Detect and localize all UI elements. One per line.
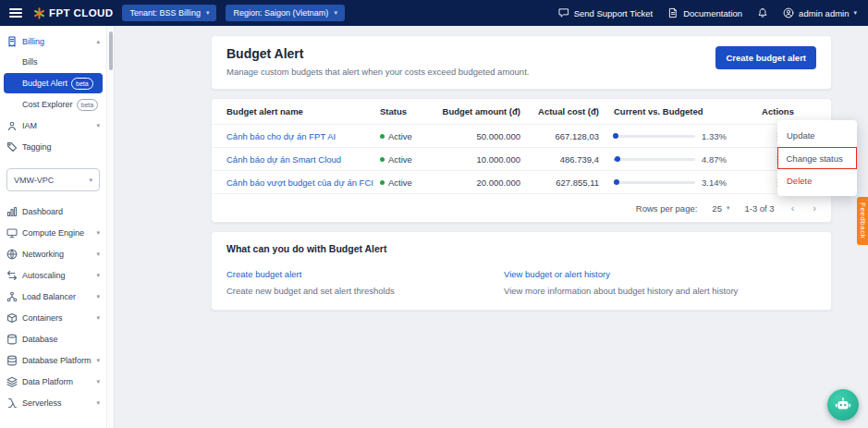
chevron-down-icon: ▾ — [96, 122, 100, 129]
info-column: Create budget alert Create new budget an… — [226, 264, 504, 296]
sidebar-item-dashboard[interactable]: Dashboard — [0, 201, 106, 222]
progress-fill — [614, 135, 616, 138]
actual-cost-value: 667.128,03 — [520, 131, 599, 141]
budget-alert-table-card: Budget alert name Status Budget amount (… — [211, 98, 832, 223]
user-name: admin admin — [799, 8, 849, 18]
sidebar-label: IAM — [22, 121, 37, 130]
column-header-actions: Actions — [740, 106, 816, 116]
user-menu[interactable]: admin admin ▾ — [783, 7, 857, 18]
sidebar-scrollbar[interactable] — [106, 26, 115, 428]
sidebar-item-database[interactable]: Database — [0, 328, 106, 349]
budget-amount-value: 20.000.000 — [435, 177, 520, 188]
database-platform-icon — [6, 355, 18, 366]
sidebar-item-autoscaling[interactable]: Autoscaling ▾ — [0, 264, 106, 286]
create-budget-alert-button[interactable]: Create budget alert — [715, 46, 816, 69]
budget-alert-name-link[interactable]: Cảnh báo cho dự án FPT AI — [226, 131, 380, 141]
menu-item-change-status[interactable]: Change status — [777, 147, 857, 169]
sidebar-label: Tagging — [22, 142, 52, 152]
status-cell: Active — [380, 177, 435, 188]
next-page-button[interactable]: › — [811, 202, 818, 214]
sidebar-label: Networking — [22, 250, 64, 259]
networking-globe-icon — [6, 249, 18, 260]
region-selector[interactable]: Region: Saigon (Vietnam) ▾ — [226, 5, 344, 21]
sidebar-label: Load Balancer — [22, 292, 76, 301]
info-card-title: What can you do with Budget Alert — [226, 243, 816, 254]
info-link-description: Create new budget and set alert threshol… — [226, 286, 504, 296]
support-ticket-icon — [558, 7, 569, 18]
data-platform-layers-icon — [6, 376, 18, 387]
menu-item-delete[interactable]: Delete — [777, 169, 857, 192]
vpc-selector[interactable]: VMW-VPC ▾ — [6, 168, 100, 191]
page-subtitle: Manage custom budgets that alert when yo… — [226, 67, 529, 77]
notifications-bell-icon[interactable] — [757, 7, 768, 18]
chatbot-assistant-button[interactable] — [827, 389, 859, 421]
sidebar-item-tagging[interactable]: Tagging — [0, 136, 106, 157]
chevron-down-icon: ▾ — [853, 9, 857, 17]
sidebar-label: Data Platform — [22, 377, 73, 386]
table-row: Cảnh báo vượt budget của dự án FCI Activ… — [212, 171, 831, 194]
documentation-label: Documentation — [683, 8, 742, 18]
billing-icon — [6, 36, 18, 47]
sidebar-item-database-platform[interactable]: Database Platform ▾ — [0, 349, 106, 371]
tenant-selector[interactable]: Tenant: BSS Billing ▾ — [122, 5, 216, 21]
column-header-status: Status — [380, 106, 435, 116]
progress-dot-icon — [615, 156, 620, 162]
sidebar-label: Serverless — [22, 398, 62, 408]
send-support-ticket-link[interactable]: Send Support Ticket — [558, 7, 654, 18]
sidebar-item-containers[interactable]: Containers ▾ — [0, 307, 106, 328]
sidebar-item-data-platform[interactable]: Data Platform ▾ — [0, 371, 106, 392]
progress-dot-icon — [613, 133, 618, 139]
sidebar-item-bills[interactable]: Bills — [0, 52, 106, 72]
chevron-down-icon: ▾ — [206, 9, 210, 17]
sidebar-item-billing[interactable]: Billing ▴ — [0, 31, 106, 52]
actual-cost-value: 627.855,11 — [520, 177, 599, 188]
sidebar-item-iam[interactable]: IAM ▾ — [0, 115, 106, 136]
rows-per-page-select[interactable]: 25 ▾ — [712, 203, 729, 214]
hamburger-menu-icon[interactable] — [9, 8, 22, 18]
dashboard-icon — [6, 206, 18, 217]
sidebar-scrollbar-thumb[interactable] — [109, 31, 113, 70]
view-budget-history-link[interactable]: View budget or alert history — [504, 269, 610, 279]
sidebar-label: Cost Explorer — [22, 100, 73, 109]
progress-percent: 4.87% — [702, 154, 727, 165]
sidebar-label: Billing — [22, 37, 44, 46]
content-column: Budget Alert Manage custom budgets that … — [211, 35, 832, 311]
budget-alert-name-link[interactable]: Cảnh báo vượt budget của dự án FCI — [226, 177, 380, 188]
info-card-columns: Create budget alert Create new budget an… — [226, 264, 816, 296]
sidebar-item-networking[interactable]: Networking ▾ — [0, 243, 106, 264]
vpc-selected-value: VMW-VPC — [14, 176, 54, 185]
sidebar-label: Containers — [22, 313, 63, 323]
actual-cost-value: 486.739,4 — [520, 154, 599, 165]
info-link-description: View more information about budget histo… — [504, 286, 781, 296]
documentation-link[interactable]: Documentation — [667, 7, 742, 18]
sidebar-item-load-balancer[interactable]: Load Balancer ▾ — [0, 286, 106, 307]
progress-percent: 1.33% — [702, 131, 727, 141]
budget-alert-name-link[interactable]: Cảnh báo dự án Smart Cloud — [226, 154, 380, 165]
fpt-cloud-logo[interactable]: FPT CLOUD — [33, 7, 113, 19]
sidebar-item-compute-engine[interactable]: Compute Engine ▾ — [0, 222, 106, 243]
menu-item-update[interactable]: Update — [777, 124, 857, 147]
feedback-tab[interactable]: Feedback — [857, 197, 868, 245]
what-can-you-do-card: What can you do with Budget Alert Create… — [211, 231, 832, 311]
column-header-actual: Actual cost (đ) — [520, 106, 599, 116]
sidebar-item-cost-explorer[interactable]: Cost Explorer beta — [0, 94, 106, 115]
active-status-dot-icon — [380, 157, 385, 162]
column-header-name: Budget alert name — [226, 106, 380, 116]
chevron-down-icon: ▾ — [334, 9, 337, 17]
column-header-progress: Current vs. Budgeted — [599, 106, 740, 116]
progress-dot-icon — [614, 179, 619, 185]
sidebar-item-budget-alert[interactable]: Budget Alert beta — [4, 73, 103, 93]
sidebar-item-serverless[interactable]: Serverless ▾ — [0, 392, 106, 413]
brand-text: FPT CLOUD — [49, 7, 113, 18]
progress-cell: 3.14% — [599, 177, 740, 188]
table-row: Cảnh báo cho dự án FPT AI Active 50.000.… — [212, 125, 831, 148]
chevron-down-icon: ▾ — [96, 357, 100, 364]
page-header-text: Budget Alert Manage custom budgets that … — [226, 46, 529, 77]
chevron-down-icon: ▾ — [96, 378, 100, 385]
status-label: Active — [388, 177, 412, 188]
create-budget-alert-link[interactable]: Create budget alert — [226, 269, 301, 279]
progress-fill — [614, 181, 617, 184]
tenant-label: Tenant: BSS Billing — [129, 8, 201, 18]
robot-icon — [835, 397, 851, 413]
previous-page-button[interactable]: ‹ — [789, 202, 797, 214]
